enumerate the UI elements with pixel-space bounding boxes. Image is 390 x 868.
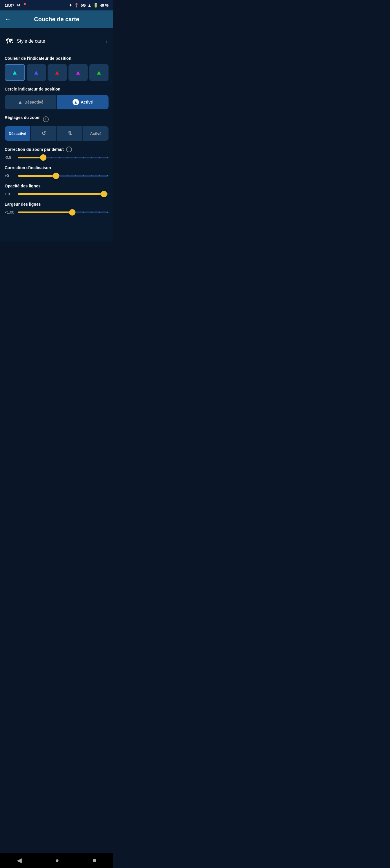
- color-btn-cyan[interactable]: ▲: [5, 64, 25, 81]
- map-style-chevron: ›: [106, 38, 108, 44]
- line-opacity-track[interactable]: [18, 193, 109, 195]
- zoom-correction-title: Correction du zoom par défaut: [5, 147, 64, 152]
- header: ← Couche de carte: [0, 10, 113, 28]
- position-circle-toggle: ▲ Désactivé ▲ Activé: [5, 95, 109, 110]
- line-opacity-thumb[interactable]: [101, 191, 107, 197]
- map-style-label: Style de carte: [17, 39, 45, 44]
- gps-icon: 📍: [74, 3, 79, 7]
- arrow-magenta: ▲: [75, 69, 81, 76]
- zoom-correction-value: -0.8: [5, 155, 15, 160]
- circle-off-label: Désactivé: [24, 100, 43, 104]
- circle-off-icon: ▲: [18, 99, 23, 105]
- signal-icon: ▲: [88, 3, 92, 7]
- arrow-cyan: ▲: [11, 69, 18, 76]
- zoom-updown-btn[interactable]: ⇅: [57, 126, 82, 141]
- zoom-settings-title-row: Réglages du zoom i: [5, 115, 109, 123]
- line-width-slider-row: ×1.00: [5, 210, 109, 214]
- line-opacity-slider-row: 1.0: [5, 192, 109, 196]
- line-width-title: Largeur des lignes: [5, 202, 109, 207]
- position-circle-section: Cercle indicateur de position ▲ Désactiv…: [5, 87, 109, 110]
- tilt-correction-section: Correction d'inclinaison +0: [5, 165, 109, 178]
- location-icon: 📍: [22, 3, 27, 7]
- zoom-settings-section: Réglages du zoom i Désactivé ↺ ⇅ Activé: [5, 115, 109, 141]
- line-opacity-fill: [18, 193, 104, 195]
- zoom-rotate-btn[interactable]: ↺: [31, 126, 56, 141]
- tilt-correction-fill: [18, 175, 56, 177]
- position-circle-title: Cercle indicateur de position: [5, 87, 109, 91]
- circle-on-label: Activé: [81, 100, 93, 104]
- zoom-correction-fill: [18, 157, 43, 158]
- map-style-icon: 🗺: [6, 37, 13, 45]
- position-color-title: Couleur de l'indicateur de position: [5, 56, 109, 61]
- tilt-correction-thumb[interactable]: [53, 173, 59, 179]
- line-width-track[interactable]: [18, 212, 109, 213]
- mail-icon: ✉: [17, 3, 20, 7]
- zoom-rotate-icon: ↺: [41, 130, 46, 137]
- zoom-correction-title-row: Correction du zoom par défaut i: [5, 147, 109, 152]
- battery-icon: 🔋: [93, 3, 98, 7]
- arrow-red: ▲: [54, 69, 60, 76]
- zoom-off-btn[interactable]: Désactivé: [5, 126, 30, 141]
- battery-level: 49 %: [100, 3, 109, 7]
- map-style-left: 🗺 Style de carte: [6, 37, 45, 45]
- zoom-correction-track[interactable]: [18, 157, 109, 158]
- status-right: ✦ 📍 5G ▲ 🔋 49 %: [69, 3, 109, 7]
- zoom-settings-title: Réglages du zoom: [5, 115, 41, 120]
- zoom-on-btn[interactable]: Activé: [83, 126, 109, 141]
- zoom-toggle-group: Désactivé ↺ ⇅ Activé: [5, 126, 109, 141]
- position-color-section: Couleur de l'indicateur de position ▲ ▲ …: [5, 56, 109, 81]
- line-width-section: Largeur des lignes ×1.00: [5, 202, 109, 214]
- page-title: Couche de carte: [16, 16, 97, 23]
- zoom-updown-icon: ⇅: [68, 130, 72, 137]
- status-bar: 18:07 ✉ 📍 ✦ 📍 5G ▲ 🔋 49 %: [0, 0, 113, 10]
- line-width-value: ×1.00: [5, 210, 15, 214]
- tilt-correction-track[interactable]: [18, 175, 109, 177]
- arrow-blue: ▲: [33, 69, 39, 76]
- tilt-correction-title: Correction d'inclinaison: [5, 165, 109, 170]
- zoom-info-icon[interactable]: i: [43, 116, 49, 122]
- map-style-row[interactable]: 🗺 Style de carte ›: [5, 32, 109, 50]
- color-btn-magenta[interactable]: ▲: [68, 64, 88, 81]
- color-btn-blue[interactable]: ▲: [27, 64, 46, 81]
- arrow-green: ▲: [96, 69, 102, 76]
- zoom-correction-section: Correction du zoom par défaut i -0.8: [5, 147, 109, 160]
- tilt-correction-slider-row: +0: [5, 174, 109, 178]
- tilt-correction-value: +0: [5, 174, 15, 178]
- line-opacity-value: 1.0: [5, 192, 15, 196]
- line-opacity-title: Opacité des lignes: [5, 184, 109, 188]
- zoom-on-label: Activé: [90, 131, 101, 136]
- network-label: 5G: [81, 3, 86, 7]
- zoom-off-label: Désactivé: [9, 131, 26, 136]
- color-buttons-group: ▲ ▲ ▲ ▲ ▲: [5, 64, 109, 81]
- zoom-correction-thumb[interactable]: [40, 154, 47, 161]
- line-width-thumb[interactable]: [69, 209, 76, 216]
- back-button[interactable]: ←: [5, 16, 11, 23]
- circle-off-btn[interactable]: ▲ Désactivé: [5, 95, 56, 110]
- zoom-correction-slider-row: -0.8: [5, 155, 109, 160]
- circle-on-btn[interactable]: ▲ Activé: [57, 95, 109, 110]
- color-btn-green[interactable]: ▲: [89, 64, 109, 81]
- circle-on-icon: ▲: [72, 99, 79, 105]
- zoom-correction-info-icon[interactable]: i: [66, 147, 72, 152]
- line-opacity-section: Opacité des lignes 1.0: [5, 184, 109, 196]
- line-width-fill: [18, 212, 72, 213]
- bluetooth-icon: ✦: [69, 3, 72, 7]
- color-btn-red[interactable]: ▲: [48, 64, 67, 81]
- content: 🗺 Style de carte › Couleur de l'indicate…: [0, 28, 113, 242]
- status-time: 18:07: [5, 3, 14, 7]
- status-left: 18:07 ✉ 📍: [5, 3, 27, 7]
